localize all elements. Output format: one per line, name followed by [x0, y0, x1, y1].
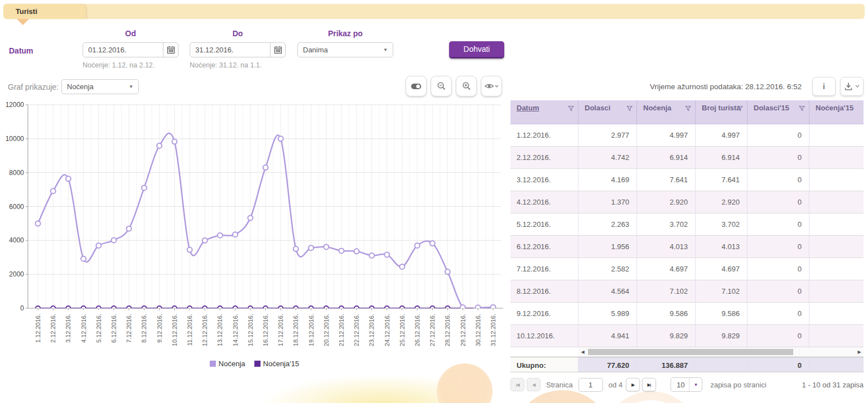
prev-page-button[interactable]: ◀	[527, 378, 541, 391]
svg-text:17.12.2016.: 17.12.2016.	[277, 314, 284, 346]
cell-datum: 2.12.2016.	[510, 147, 578, 168]
cell-datum: 1.12.2016.	[510, 124, 578, 146]
scroll-right-icon[interactable]: ▶	[855, 349, 864, 355]
legend-swatch-nocenja-icon	[210, 361, 216, 367]
date-to-input[interactable]	[190, 46, 270, 54]
cell-value: 6.914	[696, 147, 748, 168]
cell-value	[809, 280, 864, 302]
zoom-in-button[interactable]	[456, 76, 477, 96]
series-visibility-button[interactable]	[481, 76, 502, 96]
cell-value	[809, 213, 864, 235]
svg-text:4000: 4000	[9, 236, 24, 244]
prikaz-po-select[interactable]: Danima ▼	[297, 42, 393, 57]
cell-value: 4.997	[637, 124, 696, 146]
column-header-5[interactable]: Noćenja'15	[809, 100, 864, 124]
svg-text:0: 0	[20, 304, 24, 312]
cell-value	[809, 325, 864, 347]
legend-label-nocenja15: Noćenja'15	[263, 360, 300, 368]
svg-text:11.12.2016.: 11.12.2016.	[186, 314, 193, 346]
column-header-label: Datum	[517, 104, 539, 112]
table-row[interactable]: 8.12.2016.4.5647.1027.1020	[510, 280, 864, 303]
svg-text:19.12.2016.: 19.12.2016.	[308, 314, 315, 346]
table-row[interactable]: 7.12.2016.2.5824.6974.6970	[510, 258, 864, 280]
cell-value	[809, 236, 864, 258]
svg-text:16.12.2016.: 16.12.2016.	[262, 314, 269, 346]
table-row[interactable]: 5.12.2016.2.2633.7023.7020	[510, 213, 864, 236]
info-button[interactable]: i	[812, 77, 836, 96]
calendar-icon[interactable]	[270, 43, 285, 57]
tab-pointer-arrow-icon	[17, 19, 29, 25]
page-size-select[interactable]: 10 ▼	[671, 377, 702, 392]
legend-item-nocenja[interactable]: Noćenja	[210, 360, 245, 368]
svg-text:10.12.2016.: 10.12.2016.	[171, 314, 178, 346]
calendar-icon[interactable]	[163, 43, 178, 57]
filter-icon[interactable]	[799, 105, 805, 113]
export-button[interactable]	[840, 77, 864, 96]
cell-value: 0	[748, 191, 809, 213]
page-number-input[interactable]	[578, 378, 603, 392]
cell-datum: 9.12.2016.	[510, 303, 578, 324]
dohvati-button[interactable]: Dohvati	[449, 41, 504, 59]
filter-icon[interactable]	[626, 105, 633, 113]
cell-value	[809, 303, 864, 324]
cell-datum: 6.12.2016.	[510, 236, 578, 258]
last-page-button[interactable]: ▶|	[642, 378, 656, 391]
cell-value: 0	[748, 280, 809, 302]
zoom-out-icon	[437, 81, 446, 91]
filter-icon[interactable]	[685, 105, 691, 113]
column-header-4[interactable]: Dolasci'15	[748, 100, 809, 124]
cell-datum: 7.12.2016.	[510, 258, 578, 280]
svg-text:8000: 8000	[9, 169, 24, 177]
horizontal-scrollbar[interactable]: ◀ ▶	[578, 347, 864, 357]
cell-value: 2.977	[578, 124, 637, 146]
scrollbar-track[interactable]	[587, 348, 855, 356]
graf-prikazuje-select[interactable]: Noćenja ▼	[61, 79, 139, 94]
download-icon	[845, 82, 853, 91]
cell-datum: 5.12.2016.	[510, 213, 578, 235]
cell-value: 0	[748, 169, 809, 191]
svg-text:24.12.2016.: 24.12.2016.	[384, 314, 390, 346]
toggle-pan-button[interactable]	[406, 76, 427, 96]
table-row[interactable]: 1.12.2016.2.9774.9974.9970	[510, 124, 864, 147]
cell-value: 9.829	[637, 325, 696, 347]
cell-value: 5.989	[578, 303, 637, 324]
legend-item-nocenja15[interactable]: Noćenja'15	[254, 360, 300, 368]
page-size-value: 10	[671, 381, 689, 389]
totals-value: 77.620	[578, 357, 637, 372]
table-row[interactable]: 3.12.2016.4.1697.6417.6410	[510, 169, 864, 191]
chevron-down-icon: ▼	[381, 47, 393, 52]
table-row[interactable]: 6.12.2016.1.9564.0134.0130	[510, 236, 864, 258]
cell-value: 4.742	[578, 147, 637, 168]
date-from-field	[83, 42, 179, 57]
svg-text:26.12.2016.: 26.12.2016.	[414, 314, 421, 346]
svg-text:23.12.2016.: 23.12.2016.	[368, 314, 375, 346]
table-row[interactable]: 10.12.2016.4.9419.8299.8290	[510, 325, 864, 347]
table-row[interactable]: 9.12.2016.5.9899.5869.5860	[510, 303, 864, 325]
first-page-button[interactable]: |◀	[510, 378, 524, 391]
tab-turisti[interactable]: Turisti	[3, 4, 86, 19]
zoom-out-button[interactable]	[431, 76, 452, 96]
column-header-3[interactable]: Broj turista	[696, 100, 748, 124]
datum-row-label: Datum	[9, 46, 33, 55]
column-header-2[interactable]: Noćenja	[637, 100, 696, 124]
line-chart[interactable]: 0200040006000800010000120001.12.2016.2.1…	[3, 98, 505, 361]
cell-value: 4.013	[637, 236, 696, 258]
next-page-button[interactable]: ▶	[626, 378, 640, 391]
column-header-0[interactable]: Datum	[510, 100, 578, 124]
column-header-1[interactable]: Dolasci	[578, 100, 637, 124]
cell-value: 3.702	[637, 213, 696, 235]
cell-value: 3.702	[696, 213, 748, 235]
scrollbar-thumb[interactable]	[588, 349, 793, 355]
table-row[interactable]: 2.12.2016.4.7426.9146.9140	[510, 147, 864, 169]
scroll-left-icon[interactable]: ◀	[578, 349, 587, 355]
data-table-panel: Vrijeme ažurnosti podataka: 28.12.2016. …	[510, 76, 864, 397]
cell-datum: 10.12.2016.	[510, 325, 578, 347]
date-from-input[interactable]	[83, 46, 163, 54]
filter-icon[interactable]	[568, 105, 574, 113]
od-column-label: Od	[83, 29, 179, 38]
svg-text:14.12.2016.: 14.12.2016.	[232, 314, 239, 346]
svg-text:18.12.2016.: 18.12.2016.	[292, 314, 299, 346]
filter-icon[interactable]	[737, 105, 743, 113]
table-row[interactable]: 4.12.2016.1.3702.9202.9200	[510, 191, 864, 213]
toggle-icon	[411, 82, 422, 90]
